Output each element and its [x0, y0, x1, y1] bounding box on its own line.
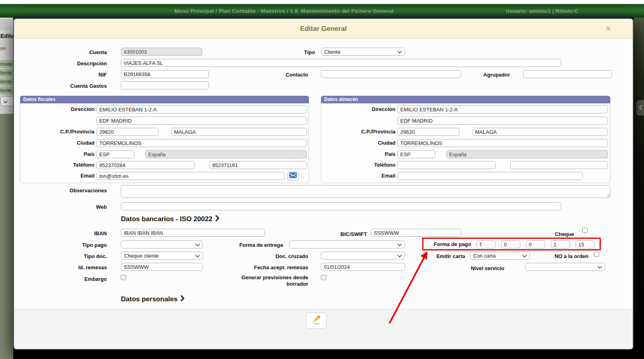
- agrupador-field[interactable]: [523, 70, 612, 78]
- tipo-select[interactable]: Cliente: [321, 48, 405, 56]
- cuenta-gastos-label: Cuenta Gastos: [47, 82, 107, 90]
- contacto-field[interactable]: [321, 70, 461, 78]
- direccion1-field[interactable]: [397, 105, 608, 113]
- chevron-right-icon: [181, 295, 185, 303]
- sidebar-collapse-button[interactable]: [636, 100, 644, 115]
- no-a-la-orden-checkbox[interactable]: [594, 252, 599, 257]
- email-icon: [289, 172, 297, 180]
- cp-field[interactable]: [397, 128, 459, 136]
- provincia-field[interactable]: [171, 128, 307, 136]
- telefono2-field[interactable]: [510, 161, 608, 169]
- fecha-remesas-field[interactable]: [321, 263, 405, 271]
- observaciones-label: Observaciones: [47, 187, 107, 195]
- iban-label: IBAN: [47, 230, 107, 238]
- email-field[interactable]: [397, 172, 583, 180]
- email-label: Email: [26, 172, 94, 180]
- chevron-down-icon: [3, 98, 8, 105]
- pais-nombre-field: [446, 150, 608, 158]
- ciudad-field[interactable]: [397, 139, 608, 147]
- cuenta-field[interactable]: [121, 48, 202, 56]
- telefono1-field[interactable]: [96, 161, 195, 169]
- id-remesas-field[interactable]: [121, 263, 203, 271]
- cp-provincia-label: C.P./Provincia: [26, 128, 94, 136]
- background-dropdown[interactable]: [0, 96, 13, 106]
- table-row[interactable]: liente: [0, 78, 13, 86]
- edit-general-dialog: Editar General × Cuenta Tipo Cliente Des…: [13, 18, 634, 350]
- pais-label: País: [26, 150, 94, 158]
- forma-pago-field-4[interactable]: [551, 240, 570, 248]
- edit-pencil-icon: [311, 314, 322, 327]
- doc-cruzado-label: Doc. cruzado: [248, 252, 308, 260]
- datos-almacen-panel: Datos almacén Dirección C.P./Provincia C…: [321, 96, 610, 183]
- bic-swift-label: BIC/SWIFT: [307, 230, 367, 238]
- chevron-down-icon: [397, 49, 402, 55]
- table-row[interactable]: liente: [0, 69, 13, 77]
- topbar: Menú Principal / Plan Contable - Maestro…: [0, 4, 644, 18]
- doc-cruzado-select[interactable]: [321, 252, 405, 260]
- forma-pago-field-5[interactable]: [576, 240, 595, 248]
- cheque-label: Cheque: [534, 230, 574, 238]
- bic-swift-field[interactable]: [371, 229, 461, 237]
- telefono1-field[interactable]: [397, 161, 496, 169]
- nivel-servicio-label: Nivel servicio: [444, 264, 504, 272]
- nif-label: NIF: [47, 71, 107, 79]
- direccion2-field[interactable]: [397, 117, 608, 125]
- nif-field[interactable]: [121, 70, 209, 78]
- pais-codigo-field[interactable]: [397, 150, 435, 158]
- generar-previsiones-checkbox[interactable]: [321, 275, 326, 280]
- cheque-checkbox[interactable]: [582, 228, 588, 233]
- send-email-button[interactable]: [287, 172, 299, 180]
- contacto-label: Contacto: [248, 71, 308, 79]
- ciudad-field[interactable]: [96, 139, 307, 147]
- direccion2-field[interactable]: [96, 117, 307, 125]
- forma-pago-field-1[interactable]: [476, 240, 496, 248]
- chevron-down-icon: [195, 253, 200, 259]
- table-row[interactable]: liente: [0, 87, 13, 95]
- direccion-label: Dirección: [327, 105, 395, 113]
- pais-label: País: [327, 150, 395, 158]
- provincia-field[interactable]: [472, 128, 608, 136]
- telefono-label: Teléfono: [26, 161, 94, 169]
- telefono2-field[interactable]: [209, 161, 307, 169]
- save-edit-button[interactable]: [306, 313, 327, 329]
- cuenta-label: Cuenta: [47, 48, 107, 56]
- cuenta-gastos-field[interactable]: [121, 81, 209, 89]
- user-info: Usuario: adminc1 | Rótulo:C: [506, 8, 578, 14]
- chevron-down-icon: [397, 242, 402, 248]
- tipo-pago-label: Tipo pago: [47, 241, 107, 249]
- table-row[interactable]: rovee: [0, 60, 13, 68]
- background-page-right: [634, 18, 644, 359]
- web-field[interactable]: [121, 202, 561, 210]
- web-label: Web: [47, 203, 107, 211]
- cp-field[interactable]: [96, 128, 158, 136]
- pais-codigo-field[interactable]: [96, 150, 134, 158]
- nivel-servicio-select[interactable]: [525, 263, 605, 271]
- datos-fiscales-panel: Datos fiscales Dirección C.P./Provincia …: [20, 96, 309, 183]
- dialog-title: Editar General: [14, 25, 633, 33]
- forma-pago-field-2[interactable]: [501, 240, 520, 248]
- generar-previsiones-label: Generar previsiones desde borrador: [232, 274, 308, 287]
- iban-field[interactable]: [121, 229, 265, 237]
- direccion1-field[interactable]: [96, 105, 307, 113]
- chevron-down-icon: [397, 253, 402, 259]
- agrupador-label: Agrupador: [450, 71, 510, 79]
- forma-pago-field-3[interactable]: [526, 240, 545, 248]
- screen: Menú Principal / Plan Contable - Maestro…: [0, 0, 644, 359]
- forma-entrega-select[interactable]: [289, 240, 405, 248]
- emitir-carta-select[interactable]: Con carta: [470, 252, 530, 260]
- tipo-doc-select[interactable]: Cheque cliente: [121, 252, 203, 260]
- background-gray-button[interactable]: [0, 19, 13, 30]
- datos-bancarios-heading[interactable]: Datos bancarios - ISO 20022: [121, 215, 219, 223]
- chevron-down-icon: [522, 253, 527, 259]
- chevron-right-icon: [215, 215, 219, 223]
- background-column-header: po: [0, 46, 6, 50]
- tipo-pago-select[interactable]: [121, 240, 203, 248]
- ciudad-label: Ciudad: [26, 139, 94, 147]
- email-field[interactable]: [96, 172, 285, 180]
- descripcion-field[interactable]: [121, 59, 561, 67]
- observaciones-field[interactable]: [121, 185, 610, 198]
- datos-personales-heading[interactable]: Datos personales: [121, 295, 185, 303]
- embargo-checkbox[interactable]: [121, 275, 126, 280]
- emitir-carta-label: Emitir carta: [405, 252, 465, 260]
- close-icon[interactable]: ×: [603, 23, 614, 34]
